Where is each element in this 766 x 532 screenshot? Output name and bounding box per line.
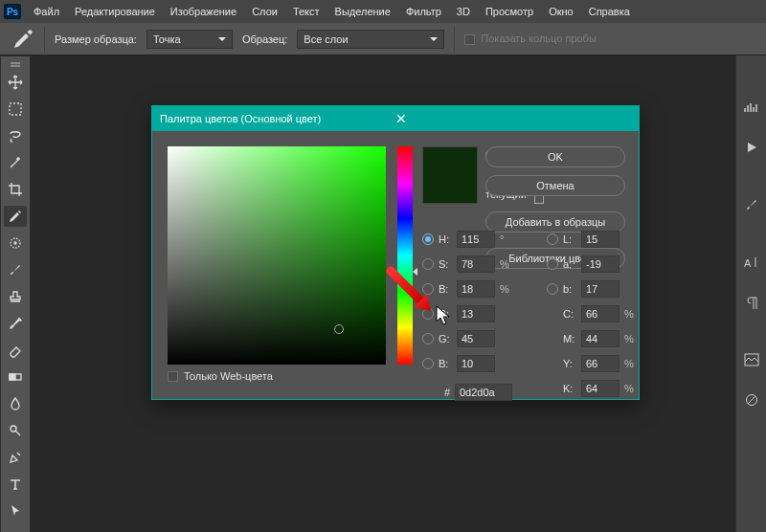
menu-view[interactable]: Просмотр	[479, 3, 540, 20]
marquee-tool[interactable]	[4, 99, 27, 120]
checkbox-icon[interactable]	[168, 371, 178, 382]
spot-heal-tool[interactable]	[4, 233, 27, 254]
menu-layers[interactable]: Слои	[245, 3, 284, 20]
block-panel-icon[interactable]	[741, 392, 762, 408]
input-a[interactable]	[581, 255, 620, 273]
eyedropper-icon	[11, 28, 34, 51]
eraser-tool[interactable]	[4, 340, 27, 361]
web-only-checkbox[interactable]: Только Web-цвета	[168, 370, 386, 382]
input-h[interactable]	[457, 231, 495, 248]
separator	[454, 27, 455, 52]
cancel-button[interactable]: Отмена	[485, 175, 625, 196]
ok-button[interactable]: OK	[485, 146, 625, 167]
current-color-swatch[interactable]	[423, 176, 477, 204]
svg-text:A: A	[744, 257, 752, 269]
move-tool[interactable]	[4, 72, 27, 93]
label-bval: B:	[439, 283, 452, 295]
app-logo: Ps	[4, 4, 21, 19]
input-bval[interactable]	[457, 280, 495, 298]
grip-icon[interactable]	[11, 62, 20, 64]
input-m[interactable]	[581, 330, 620, 347]
menu-edit[interactable]: Редактирование	[68, 3, 162, 20]
eyedropper-tool[interactable]	[4, 206, 27, 227]
unit-pct: %	[624, 383, 636, 394]
color-selector-icon[interactable]	[334, 324, 344, 334]
radio-bch[interactable]	[422, 358, 434, 369]
input-r[interactable]	[457, 305, 495, 322]
unit-pct: %	[624, 358, 636, 369]
close-icon[interactable]: ✕	[392, 111, 631, 126]
radio-s[interactable]	[422, 258, 434, 270]
radio-lab-b[interactable]	[547, 283, 558, 295]
label-a: a:	[563, 258, 576, 270]
paragraph-panel-icon[interactable]	[741, 295, 762, 310]
rectangle-tool[interactable]	[4, 527, 27, 532]
input-l[interactable]	[581, 231, 620, 248]
hue-slider[interactable]	[397, 146, 413, 365]
menubar: Ps Файл Редактирование Изображение Слои …	[0, 0, 766, 23]
tools-panel	[0, 55, 31, 532]
radio-h[interactable]	[422, 233, 434, 245]
path-select-tool[interactable]	[4, 500, 27, 521]
radio-l[interactable]	[547, 233, 558, 245]
input-k[interactable]	[581, 380, 620, 397]
hue-marker-icon[interactable]	[393, 268, 417, 276]
unit-pct: %	[624, 308, 636, 320]
label-hex: #	[439, 387, 450, 398]
menu-3d[interactable]: 3D	[450, 3, 477, 20]
separator	[44, 27, 45, 52]
radio-b[interactable]	[422, 283, 434, 295]
input-c[interactable]	[581, 305, 620, 322]
menu-text[interactable]: Текст	[286, 3, 327, 20]
sample-label: Образец:	[242, 33, 287, 45]
color-picker-dialog: Палитра цветов (Основной цвет) ✕ Только …	[151, 105, 640, 400]
navigator-panel-icon[interactable]	[741, 352, 762, 367]
lasso-tool[interactable]	[4, 125, 27, 146]
menu-select[interactable]: Выделение	[328, 3, 397, 20]
dodge-tool[interactable]	[4, 420, 27, 441]
menu-filter[interactable]: Фильтр	[399, 3, 448, 20]
label-c: C:	[563, 308, 576, 320]
input-hex[interactable]	[455, 384, 512, 401]
menu-help[interactable]: Справка	[582, 3, 637, 20]
color-field[interactable]	[168, 146, 386, 365]
options-bar: Размер образца: Точка Образец: Все слои …	[0, 23, 766, 55]
color-preview	[422, 146, 478, 204]
stamp-tool[interactable]	[4, 286, 27, 307]
radio-r[interactable]	[422, 308, 434, 320]
crop-tool[interactable]	[4, 179, 27, 200]
sample-size-label: Размер образца:	[55, 33, 137, 45]
character-panel-icon[interactable]: A	[741, 255, 762, 270]
histogram-panel-icon[interactable]	[741, 100, 762, 115]
sample-select[interactable]: Все слои	[297, 30, 444, 49]
unit-pct: %	[624, 333, 636, 344]
menu-image[interactable]: Изображение	[164, 3, 243, 20]
brush-panel-icon[interactable]	[741, 197, 762, 212]
menu-window[interactable]: Окно	[542, 3, 580, 20]
show-ring-option[interactable]: Показать кольцо пробы	[464, 33, 597, 45]
unit-pct: %	[500, 258, 511, 270]
input-lab-b[interactable]	[581, 280, 620, 298]
pen-tool[interactable]	[4, 447, 27, 468]
input-y[interactable]	[581, 355, 620, 372]
gradient-tool[interactable]	[4, 366, 27, 388]
label-lab-b: b:	[563, 283, 576, 295]
label-k: K:	[563, 383, 576, 394]
sample-size-select[interactable]: Точка	[146, 30, 233, 49]
magic-wand-tool[interactable]	[4, 152, 27, 173]
brush-tool[interactable]	[4, 259, 27, 280]
dialog-titlebar[interactable]: Палитра цветов (Основной цвет) ✕	[152, 106, 639, 131]
input-s[interactable]	[457, 255, 495, 273]
input-g[interactable]	[457, 330, 495, 347]
radio-g[interactable]	[422, 333, 434, 344]
blur-tool[interactable]	[4, 393, 27, 414]
svg-point-2	[14, 242, 16, 244]
history-brush-tool[interactable]	[4, 313, 27, 334]
radio-a[interactable]	[547, 258, 558, 270]
play-panel-icon[interactable]	[741, 140, 762, 155]
input-bch[interactable]	[457, 355, 495, 372]
type-tool[interactable]	[4, 474, 27, 495]
menu-file[interactable]: Файл	[27, 3, 66, 20]
right-panels: A	[735, 55, 766, 532]
checkbox-icon[interactable]	[464, 34, 475, 45]
